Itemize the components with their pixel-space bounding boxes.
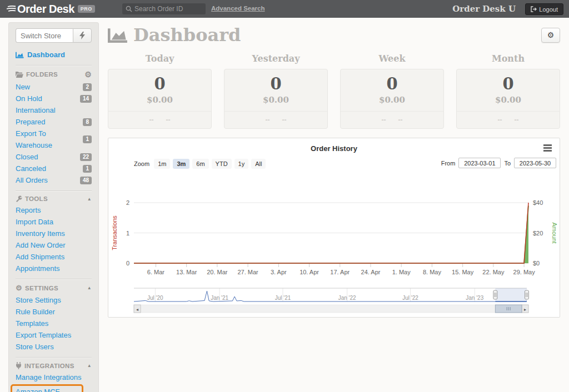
to-date-input[interactable] (514, 158, 556, 168)
folder-item[interactable]: Prepared 8 (16, 116, 92, 128)
order-search (122, 3, 206, 14)
folder-item[interactable]: On Hold 14 (16, 93, 92, 104)
svg-text:27. Mar: 27. Mar (237, 269, 258, 275)
svg-text:2: 2 (126, 199, 129, 206)
folders-settings-icon[interactable]: ⚙ (84, 70, 92, 79)
dashboard-settings-button[interactable]: ⚙ (541, 28, 560, 43)
divider (16, 357, 92, 358)
page-title-chart-icon (108, 28, 128, 43)
logo-swoosh-icon (7, 5, 16, 13)
stat-card-week: 0 $0.00 ---- (340, 69, 444, 129)
divider (16, 190, 92, 192)
svg-text:20. Mar: 20. Mar (207, 269, 228, 275)
zoom-range-button[interactable]: 3m (173, 159, 189, 169)
svg-text:22. May: 22. May (482, 269, 505, 275)
zoom-range-button[interactable]: YTD (212, 159, 232, 169)
chart-scrollbar-track[interactable] (134, 305, 528, 313)
tools-collapse-icon[interactable]: ▲ (87, 197, 92, 202)
tool-item[interactable]: Import Data (16, 216, 92, 228)
settings-item[interactable]: Export Templates (16, 329, 92, 341)
order-history-panel: Order History Zoom 1m3m6mYTD1yAll From T… (108, 138, 560, 318)
tools-list: Reports Import Data Inventory Items Add … (16, 204, 92, 274)
svg-text:Transactions: Transactions (111, 215, 118, 250)
zoom-range-button[interactable]: 1y (234, 159, 249, 169)
svg-text:Jul '22: Jul '22 (402, 295, 418, 301)
logout-icon (531, 6, 537, 12)
integrations-section-header: INTEGRATIONS ▲ (16, 362, 92, 369)
folder-count-badge: 8 (83, 118, 92, 126)
tool-item[interactable]: Inventory Items (16, 228, 92, 239)
folder-count-badge: 22 (80, 153, 92, 161)
tool-item[interactable]: Reports (16, 204, 92, 216)
order-count: 0 (224, 75, 327, 93)
sidebar-item-dashboard[interactable]: Dashboard (16, 49, 92, 61)
folder-count-badge: 48 (80, 177, 92, 184)
folder-item[interactable]: Export To Warehouse 1 (16, 128, 92, 151)
folder-item[interactable]: New 2 (16, 81, 92, 93)
navigator-handle-right[interactable] (525, 290, 529, 299)
folders-section-header: FOLDERS ⚙ (16, 70, 92, 79)
zoom-range-button[interactable]: 1m (154, 159, 170, 169)
svg-text:$0: $0 (533, 260, 540, 267)
zoom-range-button[interactable]: 6m (192, 159, 208, 169)
navigator-selection[interactable] (495, 288, 527, 301)
stat-title: Week (340, 53, 444, 64)
order-count: 0 (457, 75, 560, 93)
order-count: 0 (108, 75, 211, 93)
logout-button[interactable]: Logout (525, 3, 563, 15)
svg-text:6. Mar: 6. Mar (147, 269, 165, 275)
tool-item[interactable]: Appointments (16, 263, 92, 274)
stat-card-footer: ---- (108, 111, 211, 124)
quick-store-switch-button[interactable] (73, 28, 92, 43)
svg-text:$40: $40 (533, 199, 543, 206)
brand-logo[interactable]: Order Desk PRO (7, 0, 95, 18)
stat-card-today: 0 $0.00 ---- (108, 69, 212, 129)
settings-item[interactable]: Rule Builder (16, 306, 92, 318)
stat-card-footer: ---- (457, 111, 560, 124)
from-date-input[interactable] (458, 158, 501, 168)
search-input[interactable] (134, 3, 203, 14)
to-label: To (504, 160, 511, 167)
svg-text:17. Apr: 17. Apr (330, 269, 350, 275)
tool-item[interactable]: Add New Order (16, 239, 92, 251)
switch-store-input[interactable] (16, 28, 73, 43)
folder-item[interactable]: All Orders 48 (16, 174, 92, 186)
order-amount: $0.00 (108, 95, 211, 105)
lightning-bolt-icon (79, 32, 85, 39)
folder-item[interactable]: Canceled 1 (16, 163, 92, 174)
pro-badge: PRO (78, 5, 95, 13)
user-name: Order Desk U (452, 0, 516, 18)
navigator-handle-left[interactable] (493, 290, 497, 299)
folder-item[interactable]: Closed 22 (16, 151, 92, 163)
svg-text:13. Mar: 13. Mar (176, 269, 197, 275)
settings-item[interactable]: Templates (16, 318, 92, 329)
integration-item-amazon-mcf[interactable]: Amazon MCF North America (16, 387, 78, 392)
settings-gear-icon: ⚙ (16, 284, 22, 292)
zoom-range-button[interactable]: All (251, 159, 266, 169)
svg-text:0: 0 (126, 260, 129, 267)
folder-count-badge: 1 (83, 135, 92, 143)
folder-count-badge: 14 (80, 95, 92, 103)
svg-text:Jul '21: Jul '21 (275, 295, 291, 301)
integrations-collapse-icon[interactable]: ▲ (87, 363, 92, 368)
advanced-search-link[interactable]: Advanced Search (211, 5, 265, 12)
svg-text:24. Apr: 24. Apr (361, 269, 381, 275)
chart-title: Order History (108, 144, 560, 153)
settings-item[interactable]: Store Settings (16, 294, 92, 306)
svg-text:29. May: 29. May (513, 269, 536, 275)
order-history-chart[interactable]: 012$0$20$40TransactionsAmount6. Mar13. M… (108, 185, 561, 318)
svg-text:$20: $20 (533, 230, 543, 237)
main-content: Dashboard ⚙ Today 0 $0.00 ---- Yesterday… (108, 24, 560, 318)
tool-item[interactable]: Add Shipments (16, 251, 92, 263)
dashboard-chart-icon (16, 52, 24, 58)
settings-collapse-icon[interactable]: ▲ (87, 285, 92, 290)
svg-text:Jan '23: Jan '23 (466, 295, 483, 301)
folder-item[interactable]: International (16, 104, 92, 116)
settings-item[interactable]: Store Users (16, 341, 92, 353)
divider (16, 279, 92, 280)
svg-text:Jan '21: Jan '21 (211, 295, 228, 301)
integration-item-manage[interactable]: Manage Integrations (16, 371, 92, 383)
chart-menu-icon[interactable] (543, 144, 552, 153)
svg-text:◂: ◂ (136, 307, 138, 312)
folder-list: New 2 On Hold 14 International Prepared … (16, 81, 92, 186)
